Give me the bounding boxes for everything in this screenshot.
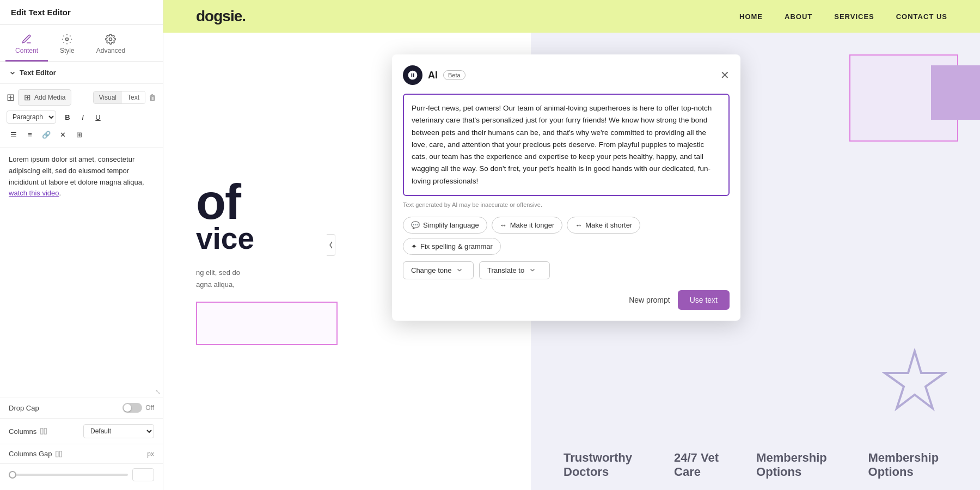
columns-select[interactable]: Default — [83, 424, 154, 438]
tab-content-label: Content — [15, 47, 38, 54]
ai-action-buttons: 💬 Simplify language ↔ Make it longer ↔ M… — [403, 217, 730, 255]
change-tone-dropdown[interactable]: Change tone — [403, 261, 474, 279]
list-unordered-button[interactable]: ☰ — [7, 127, 21, 142]
delete-button[interactable]: 🗑 — [149, 93, 156, 102]
ai-dialog-header: AI Beta ✕ — [403, 65, 730, 85]
text-editor-section-header[interactable]: Text Editor — [0, 62, 163, 84]
tab-advanced[interactable]: Advanced — [87, 29, 135, 62]
svg-marker-6 — [885, 351, 945, 408]
translate-to-dropdown[interactable]: Translate to — [479, 261, 550, 279]
site-nav: HOME ABOUT SERVICES CONTACT US — [739, 13, 947, 21]
add-media-button[interactable]: ⊞ Add Media — [18, 89, 71, 106]
tab-advanced-label: Advanced — [96, 47, 125, 54]
bottom-label-3: Membership Options — [756, 451, 835, 479]
nav-services[interactable]: SERVICES — [834, 13, 874, 21]
star-decoration — [882, 348, 947, 414]
svg-rect-4 — [56, 451, 58, 457]
columns-gap-row: Columns Gap px — [0, 444, 163, 463]
translate-to-label: Translate to — [487, 266, 524, 274]
beta-badge: Beta — [443, 70, 465, 80]
list-ordered-button[interactable]: ≡ — [23, 127, 37, 142]
editor-resize-handle[interactable]: ⤡ — [0, 387, 163, 397]
drop-cap-toggle[interactable]: Off — [122, 403, 154, 413]
underline-button[interactable]: U — [91, 110, 105, 124]
bottom-label-1: Trustworthy Doctors — [564, 451, 641, 479]
spelling-label: Fix spelling & grammar — [420, 242, 493, 250]
panel-collapse-handle[interactable] — [327, 234, 335, 256]
editor-toolbar: ⊞ ⊞ Add Media Visual Text 🗑 Paragraph B … — [0, 84, 163, 148]
ai-dialog-title: AI — [428, 70, 438, 81]
ai-dialog-close-button[interactable]: ✕ — [720, 70, 730, 81]
new-prompt-button[interactable]: New prompt — [629, 296, 670, 304]
view-toggle: Visual Text — [93, 91, 145, 104]
left-panel: Edit Text Editor Content Style Advanced … — [0, 0, 163, 490]
simplify-language-button[interactable]: 💬 Simplify language — [403, 217, 487, 234]
columns-row: Columns Default — [0, 418, 163, 444]
change-tone-label: Change tone — [411, 266, 451, 274]
panel-tabs: Content Style Advanced — [0, 25, 163, 62]
ai-disclaimer: Text generated by AI may be inaccurate o… — [403, 201, 730, 208]
nav-contact[interactable]: CONTACT US — [896, 13, 947, 21]
longer-icon: ↔ — [500, 221, 507, 229]
ai-dialog: AI Beta ✕ Purr-fect news, pet owners! Ou… — [392, 54, 740, 321]
columns-gap-slider-row — [0, 463, 163, 490]
drop-cap-label: Drop Cap — [9, 404, 39, 412]
spelling-icon: ✦ — [411, 242, 417, 250]
bottom-label-2: 24/7 Vet Care — [674, 451, 724, 479]
tab-style-label: Style — [60, 47, 75, 54]
svg-rect-5 — [60, 451, 62, 457]
view-visual-button[interactable]: Visual — [94, 91, 122, 103]
nav-home[interactable]: HOME — [739, 13, 763, 21]
site-navbar: dogsie. HOME ABOUT SERVICES CONTACT US — [163, 0, 980, 33]
table-button[interactable]: ⊞ — [72, 127, 86, 142]
drop-cap-row: Drop Cap Off — [0, 397, 163, 418]
svg-rect-2 — [41, 428, 43, 434]
simplify-label: Simplify language — [423, 221, 479, 229]
nav-about[interactable]: ABOUT — [785, 13, 812, 21]
svg-rect-3 — [44, 428, 46, 434]
main-area: dogsie. HOME ABOUT SERVICES CONTACT US o… — [163, 0, 980, 490]
tab-content[interactable]: Content — [5, 29, 48, 62]
shorter-label: Make it shorter — [585, 221, 632, 229]
drop-cap-switch[interactable] — [122, 403, 142, 413]
bold-button[interactable]: B — [60, 110, 75, 124]
columns-label: Columns — [9, 427, 47, 436]
ai-dropdowns: Change tone Translate to — [403, 261, 730, 279]
editor-link[interactable]: watch this video — [9, 189, 59, 197]
longer-label: Make it longer — [510, 221, 555, 229]
italic-button[interactable]: I — [76, 110, 90, 124]
ai-icon-circle — [403, 65, 422, 85]
columns-gap-label: Columns Gap — [9, 450, 63, 458]
ai-footer: New prompt Use text — [403, 290, 730, 310]
site-logo: dogsie. — [196, 8, 246, 25]
columns-gap-slider[interactable] — [9, 474, 128, 476]
use-text-button[interactable]: Use text — [678, 290, 730, 310]
svg-point-0 — [66, 38, 69, 41]
columns-gap-value[interactable] — [132, 468, 154, 481]
section-label: Text Editor — [20, 69, 56, 77]
paragraph-select[interactable]: Paragraph — [7, 111, 56, 124]
ai-generated-text-area[interactable]: Purr-fect news, pet owners! Our team of … — [403, 94, 730, 196]
editor-content-area[interactable]: Lorem ipsum dolor sit amet, consectetur … — [0, 148, 163, 387]
bottom-labels: Trustworthy Doctors 24/7 Vet Care Member… — [531, 440, 980, 490]
unlink-button[interactable]: ✕ — [56, 127, 70, 142]
fix-spelling-button[interactable]: ✦ Fix spelling & grammar — [403, 238, 501, 255]
shorter-icon: ↔ — [575, 221, 582, 229]
ai-header-left: AI Beta — [403, 65, 465, 85]
link-button[interactable]: 🔗 — [39, 127, 53, 142]
svg-point-1 — [109, 38, 112, 41]
view-text-button[interactable]: Text — [122, 91, 145, 103]
drop-cap-value: Off — [145, 404, 154, 412]
bottom-label-4: Membership Options — [868, 451, 947, 479]
right-side-panel — [931, 65, 980, 120]
panel-title: Edit Text Editor — [0, 0, 163, 25]
make-shorter-button[interactable]: ↔ Make it shorter — [567, 217, 640, 234]
make-longer-button[interactable]: ↔ Make it longer — [492, 217, 563, 234]
highlight-box — [196, 302, 338, 345]
editor-text: Lorem ipsum dolor sit amet, consectetur … — [9, 155, 144, 186]
tab-style[interactable]: Style — [50, 29, 84, 62]
add-media-label: Add Media — [34, 94, 65, 101]
simplify-icon: 💬 — [411, 221, 420, 229]
columns-gap-unit: px — [147, 450, 154, 458]
